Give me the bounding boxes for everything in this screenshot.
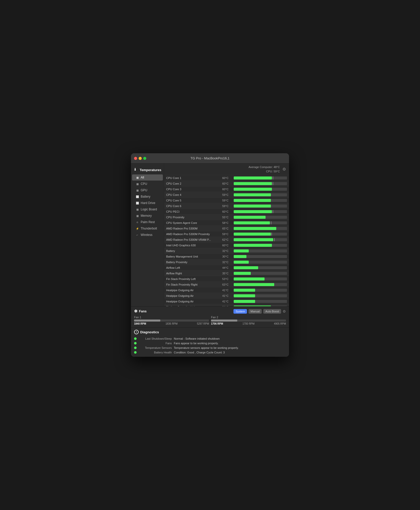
- temp-name: Fin Stack Proximity Left: [166, 277, 222, 280]
- fan1-bar: [134, 320, 160, 322]
- temp-bar: [234, 205, 271, 208]
- temp-bar-container: [234, 233, 287, 236]
- sidebar-label-wireless: Wireless: [141, 233, 152, 237]
- sidebar-item-palmrest[interactable]: ⎋Palm Rest: [132, 219, 163, 225]
- diag-row: Temperature Sensors Temperature sensors …: [134, 346, 286, 350]
- fan1-max: 5297 RPM: [197, 322, 209, 325]
- fans-controls: System Manual Auto Boost ⚙: [233, 309, 286, 314]
- diagnostics-header: ! Diagnostics: [134, 330, 286, 334]
- temp-bar-container: [234, 283, 287, 286]
- fan1-bar-container: [134, 320, 209, 322]
- fan2-bar-container: [211, 320, 286, 322]
- diag-value: Condition: Good , Charge Cycle Count: 3: [174, 351, 286, 354]
- zoom-button[interactable]: [143, 157, 146, 160]
- temp-bar-container: [234, 176, 287, 180]
- temp-row: CPU Core 6 59°C: [164, 203, 289, 209]
- temp-value: 59°C: [222, 305, 234, 307]
- temp-value: 32°C: [222, 249, 234, 252]
- fan-mode-autoboost[interactable]: Auto Boost: [263, 309, 281, 314]
- fan2-current: 1706 RPM: [211, 322, 223, 325]
- thermometer-icon: 🌡: [134, 168, 138, 172]
- temp-bar: [234, 182, 272, 185]
- sidebar-item-all[interactable]: ▦All: [132, 174, 163, 181]
- temp-value: 59°C: [222, 233, 234, 236]
- diagnostics-section: ! Diagnostics Last Shutdown/Sleep Normal…: [131, 327, 289, 357]
- sidebar-item-wireless[interactable]: ⌐Wireless: [132, 232, 163, 238]
- avg-stats: Average Computer: 48°C CPU: 59°C: [248, 165, 280, 173]
- temp-bar-container: [234, 221, 287, 224]
- temp-bar-container: [234, 244, 287, 247]
- avg-value: 48°C: [273, 165, 280, 169]
- sidebar: 🌡 Temperatures ▦All▦CPU▦GPU⬜Battery⬜Hard…: [131, 163, 164, 306]
- temp-bar-container: [234, 277, 287, 280]
- temp-row: Fin Stack Proximity Left 53°C: [164, 276, 289, 282]
- sidebar-label-battery: Battery: [141, 195, 150, 198]
- temp-row: Heatpipe Outgoing Air 41°C: [164, 299, 289, 304]
- sidebar-item-thunderbolt[interactable]: ⚡Thunderbolt: [132, 225, 163, 232]
- main-content: 🌡 Temperatures ▦All▦CPU▦GPU⬜Battery⬜Hard…: [131, 163, 289, 306]
- fan1-secondary: 1836 RPM: [165, 322, 177, 325]
- close-button[interactable]: [134, 157, 137, 160]
- sidebar-item-memory[interactable]: ▦Memory: [132, 213, 163, 219]
- temp-bar-container: [234, 272, 287, 275]
- temp-bar: [234, 233, 271, 236]
- diag-status-dot: [134, 337, 137, 340]
- fan-mode-system[interactable]: System: [233, 309, 247, 314]
- settings-gear-icon[interactable]: ⚙: [282, 167, 286, 172]
- temp-bar-container: [234, 238, 287, 241]
- sidebar-label-thunderbolt: Thunderbolt: [141, 227, 157, 230]
- temp-value: 65°C: [222, 227, 234, 230]
- sidebar-label-gpu: GPU: [141, 188, 147, 192]
- temp-row: CPU Core 2 60°C: [164, 181, 289, 186]
- temp-name: CPU Proximity: [166, 216, 222, 219]
- top-bar: Average Computer: 48°C CPU: 59°C ⚙: [164, 163, 289, 175]
- temp-bar-container: [234, 305, 287, 307]
- fan2-speeds: 1706 RPM 1700 RPM 4905 RPM: [211, 322, 286, 325]
- temp-bar-container: [234, 255, 287, 258]
- temp-value: 41°C: [222, 300, 234, 303]
- temp-row: Heatpipe Outgoing Air 41°C: [164, 287, 289, 293]
- temp-name: Airflow Right: [166, 272, 222, 275]
- temp-row: CPU Core 5 59°C: [164, 198, 289, 203]
- fans-grid: Fan 1 1840 RPM 1836 RPM 5297 RPM Fan 2 1…: [134, 316, 286, 325]
- thunderbolt-icon: ⚡: [136, 227, 139, 230]
- diag-label: Last Shutdown/Sleep: [139, 337, 172, 340]
- avg-label: Average Computer:: [248, 165, 273, 169]
- temp-row: Heatpipe Outgoing Air 41°C: [164, 293, 289, 299]
- fans-gear-icon[interactable]: ⚙: [283, 309, 286, 313]
- temp-row: AMD Radeon Pro 5300M VRAM P... 62°C: [164, 237, 289, 243]
- harddrive-icon: ⬜: [136, 201, 139, 205]
- temp-name: AMD Radeon Pro 5300M VRAM P...: [166, 238, 222, 241]
- temp-row: Platform Controller Hub 59°C: [164, 304, 289, 306]
- minimize-button[interactable]: [139, 157, 142, 160]
- diagnostics-label: Diagnostics: [140, 330, 159, 334]
- sidebar-label-logicboard: Logic Board: [141, 208, 157, 211]
- sidebar-item-harddrive[interactable]: ⬜Hard Drive: [132, 200, 163, 206]
- temp-bar-container: [234, 261, 287, 264]
- right-panel: Average Computer: 48°C CPU: 59°C ⚙ CPU C…: [164, 163, 289, 306]
- diag-row: Battery Health Condition: Good , Charge …: [134, 350, 286, 355]
- fans-section: ✼ Fans System Manual Auto Boost ⚙ Fan 1 …: [131, 306, 289, 327]
- sidebar-item-gpu[interactable]: ▦GPU: [132, 187, 163, 193]
- temp-bar-container: [234, 249, 287, 252]
- temp-row: CPU Core 3 60°C: [164, 186, 289, 192]
- memory-icon: ▦: [136, 214, 139, 218]
- temp-row: Intel UHD Graphics 630 60°C: [164, 243, 289, 248]
- diag-status-dot: [134, 342, 137, 345]
- diag-label: Fans: [139, 342, 172, 345]
- temp-bar: [234, 193, 271, 196]
- temp-bar: [234, 305, 271, 307]
- sidebar-item-logicboard[interactable]: ▦Logic Board: [132, 206, 163, 212]
- sidebar-item-battery[interactable]: ⬜Battery: [132, 194, 163, 200]
- temp-name: CPU Core 6: [166, 205, 222, 208]
- sidebar-item-cpu[interactable]: ▦CPU: [132, 181, 163, 187]
- temp-row: CPU Proximity 55°C: [164, 214, 289, 220]
- temp-value: 59°C: [222, 193, 234, 196]
- temp-value: 58°C: [222, 221, 234, 224]
- temp-name: CPU Core 2: [166, 182, 222, 185]
- temp-value: 55°C: [222, 216, 234, 219]
- diag-value: Normal - Software initiated shutdown: [174, 337, 286, 340]
- sidebar-section-label: Temperatures: [140, 168, 161, 172]
- diag-status-dot: [134, 351, 137, 354]
- fan-mode-manual[interactable]: Manual: [248, 309, 262, 314]
